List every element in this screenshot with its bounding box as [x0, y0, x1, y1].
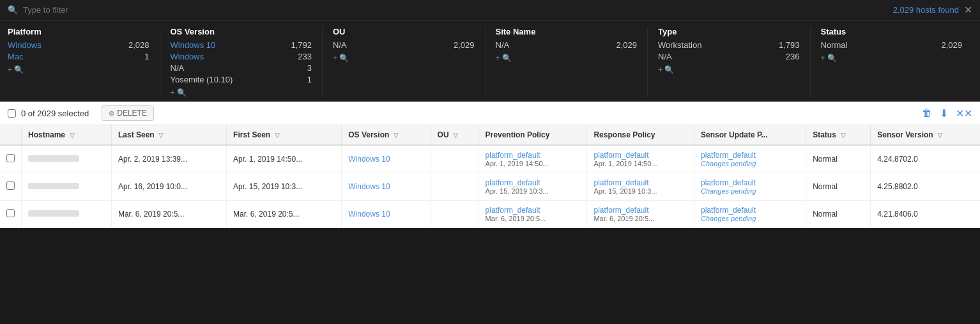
facet-label[interactable]: Windows	[171, 52, 204, 61]
facets-panel: PlatformWindows2,028Mac1+ 🔍OS VersionWin…	[0, 20, 980, 102]
status-cell: Normal	[806, 145, 871, 173]
row-checkbox-cell	[0, 145, 22, 173]
filter-input[interactable]	[23, 5, 888, 15]
facet-row: Mac1	[8, 52, 149, 61]
ou-cell	[431, 145, 479, 173]
sensor-update-link[interactable]: platform_default	[701, 151, 799, 160]
facet-ou: OUN/A2,029+ 🔍	[333, 27, 486, 97]
sort-icon: ▽	[273, 132, 280, 139]
facet-add-filter[interactable]: + 🔍	[8, 65, 149, 74]
facet-add-filter[interactable]: + 🔍	[333, 54, 475, 63]
response-policy-cell: platform_defaultApr. 1, 2019 14:50...	[587, 145, 694, 173]
select-all-checkbox[interactable]	[8, 109, 16, 118]
facet-os-version: OS VersionWindows 101,792Windows233N/A3Y…	[171, 27, 323, 97]
selected-count-text: 0 of 2029 selected	[21, 109, 89, 118]
close-filter-button[interactable]: ✕	[964, 4, 972, 16]
facet-row: N/A236	[658, 52, 800, 61]
action-bar: 0 of 2029 selected ⊗ DELETE 🗑 ⬇ ✕✕	[0, 102, 980, 125]
facet-row: Workstation1,793	[658, 40, 800, 50]
hosts-table: Hostname ▽Last Seen ▽First Seen ▽OS Vers…	[0, 125, 980, 228]
hosts-table-wrap: Hostname ▽Last Seen ▽First Seen ▽OS Vers…	[0, 125, 980, 228]
response-policy-link[interactable]: platform_default	[593, 151, 687, 160]
facet-title: Platform	[8, 27, 149, 36]
facet-add-filter[interactable]: + 🔍	[821, 54, 963, 63]
sensor-update-cell: platform_defaultChanges pending	[694, 145, 806, 173]
facet-count: 1,793	[779, 40, 800, 50]
filter-bar: 🔍 2,029 hosts found ✕	[0, 0, 980, 20]
hostname-blurred	[28, 210, 79, 217]
facet-platform: PlatformWindows2,028Mac1+ 🔍	[8, 27, 160, 97]
facet-label[interactable]: Mac	[8, 52, 24, 61]
first-seen-cell: Mar. 6, 2019 20:5...	[227, 201, 342, 228]
facet-add-filter[interactable]: + 🔍	[658, 65, 800, 74]
prevention-policy-link[interactable]: platform_default	[486, 151, 581, 160]
facet-type: TypeWorkstation1,793N/A236+ 🔍	[658, 27, 811, 97]
facet-title: OU	[333, 27, 475, 36]
facet-count: 3	[307, 63, 312, 73]
facet-row: Normal2,029	[821, 40, 963, 50]
column-header-prevention-policy: Prevention Policy	[479, 125, 587, 145]
last-seen-cell: Mar. 6, 2019 20:5...	[111, 201, 226, 228]
column-header-hostname[interactable]: Hostname ▽	[22, 125, 112, 145]
download-icon[interactable]: ⬇	[940, 107, 948, 120]
row-checkbox-cell	[0, 201, 22, 228]
facet-row: Windows2,028	[8, 40, 149, 50]
hostname-cell	[22, 145, 112, 173]
last-seen-cell: Apr. 16, 2019 10:0...	[111, 173, 226, 201]
facet-status: StatusNormal2,029+ 🔍	[821, 27, 973, 97]
hostname-cell	[22, 201, 112, 228]
facet-title: Site Name	[496, 27, 638, 36]
sensor-update-link[interactable]: platform_default	[701, 178, 799, 187]
action-icons-group: 🗑 ⬇ ✕✕	[922, 107, 972, 120]
delete-label: DELETE	[117, 109, 147, 118]
hostname-blurred	[28, 183, 79, 189]
column-header-status[interactable]: Status ▽	[806, 125, 871, 145]
facet-label: N/A	[333, 40, 347, 50]
facet-count: 2,028	[128, 40, 149, 50]
prevention-policy-cell: platform_defaultMar. 6, 2019 20:5...	[479, 201, 587, 228]
hostname-blurred	[28, 155, 79, 162]
column-header-os-version[interactable]: OS Version ▽	[342, 125, 431, 145]
column-header-last-seen[interactable]: Last Seen ▽	[111, 125, 226, 145]
facet-count: 1	[307, 75, 312, 84]
facet-add-filter[interactable]: + 🔍	[171, 88, 312, 97]
sensor-update-cell: platform_defaultChanges pending	[694, 173, 806, 201]
column-header-sensor-version[interactable]: Sensor Version ▽	[871, 125, 980, 145]
row-checkbox[interactable]	[6, 209, 15, 217]
facet-row: Yosemite (10.10)1	[171, 75, 312, 84]
facet-label[interactable]: Windows	[8, 40, 42, 50]
prevention-policy-link[interactable]: platform_default	[486, 178, 581, 187]
delete-x-icon: ⊗	[109, 109, 114, 118]
facet-row: N/A2,029	[333, 40, 475, 50]
prevention-policy-link[interactable]: platform_default	[486, 206, 581, 215]
sort-icon: ▽	[157, 132, 164, 139]
delete-button[interactable]: ⊗ DELETE	[102, 105, 154, 121]
prevention-policy-cell: platform_defaultApr. 1, 2019 14:50...	[479, 145, 587, 173]
facet-add-filter[interactable]: + 🔍	[496, 54, 638, 63]
select-count-area: 0 of 2029 selected ⊗ DELETE	[8, 105, 922, 121]
table-row: Apr. 2, 2019 13:39...Apr. 1, 2019 14:50.…	[0, 145, 980, 173]
facet-label: Yosemite (10.10)	[171, 75, 233, 84]
facet-label: N/A	[496, 40, 510, 50]
facet-label: Workstation	[658, 40, 701, 50]
sensor-version-cell: 4.21.8406.0	[871, 201, 980, 228]
row-checkbox[interactable]	[6, 181, 15, 190]
column-header-first-seen[interactable]: First Seen ▽	[227, 125, 342, 145]
facet-count: 1	[144, 52, 149, 61]
trash-icon[interactable]: 🗑	[922, 107, 932, 119]
sensor-update-link[interactable]: platform_default	[701, 206, 799, 215]
sort-icon: ▽	[452, 132, 459, 139]
response-policy-link[interactable]: platform_default	[593, 178, 687, 187]
facet-label: Normal	[821, 40, 848, 50]
response-policy-link[interactable]: platform_default	[593, 206, 687, 215]
facet-row: N/A3	[171, 63, 312, 73]
facet-title: OS Version	[171, 27, 312, 36]
table-row: Apr. 16, 2019 10:0...Apr. 15, 2019 10:3.…	[0, 173, 980, 201]
facet-count: 1,792	[291, 40, 312, 50]
column-header-ou[interactable]: OU ▽	[431, 125, 479, 145]
collapse-icon[interactable]: ✕✕	[956, 107, 972, 120]
sort-icon: ▽	[839, 132, 846, 139]
facet-label[interactable]: Windows 10	[171, 40, 216, 50]
row-checkbox[interactable]	[6, 154, 15, 162]
hosts-found-count: 2,029 hosts found	[893, 5, 959, 15]
